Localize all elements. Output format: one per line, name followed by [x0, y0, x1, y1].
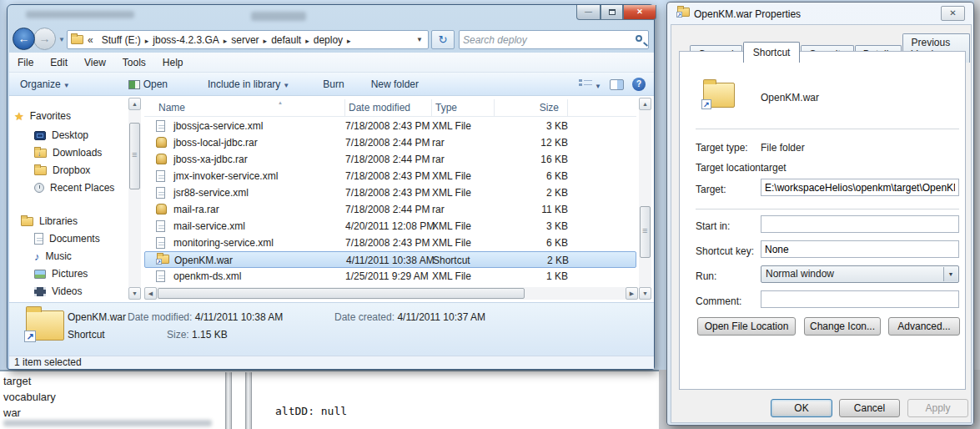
sidebar-item-videos[interactable]: Videos — [34, 283, 82, 300]
apply-button[interactable]: Apply — [907, 399, 968, 417]
videos-icon — [34, 287, 46, 296]
new-folder-button[interactable]: New folder — [364, 75, 426, 93]
sash-divider[interactable] — [245, 372, 252, 429]
scroll-down-icon[interactable]: ▼ — [128, 287, 141, 300]
menu-tools[interactable]: Tools — [114, 54, 154, 71]
breadcrumb-segment[interactable]: server — [227, 33, 263, 48]
file-row[interactable]: monitoring-service.xml 7/18/2008 2:43 PM… — [144, 235, 636, 251]
sidebar-item-downloads[interactable]: ↓ Downloads — [34, 144, 102, 161]
recent-pages-chevron-icon[interactable]: ▼ — [58, 36, 65, 43]
sidebar-item-pictures[interactable]: Pictures — [34, 265, 88, 282]
target-label: Target: — [696, 184, 726, 195]
scrollbar-thumb[interactable] — [640, 206, 651, 258]
file-row-selected[interactable]: ↗ OpenKM.war 4/11/2011 10:38 AM Shortcut… — [144, 251, 636, 268]
shortcut-key-input[interactable] — [761, 240, 959, 258]
breadcrumb-segment[interactable]: Stuff (E:) — [98, 33, 145, 48]
list-scrollbar[interactable]: ▲ ▼ — [639, 98, 651, 300]
file-row[interactable]: jsr88-service.xml 7/18/2008 2:43 PM XML … — [144, 184, 636, 201]
scrollbar-thumb[interactable] — [129, 123, 140, 189]
sash-divider[interactable] — [225, 372, 232, 429]
scroll-left-icon[interactable]: ◀ — [144, 287, 157, 300]
breadcrumb-segment[interactable]: default — [267, 33, 305, 48]
sidebar-item-documents[interactable]: Documents — [34, 230, 100, 247]
sidebar-scrollbar[interactable]: ▲ ▼ — [128, 98, 141, 300]
file-row[interactable]: mail-service.xml 4/20/2011 12:08 PM XML … — [144, 218, 636, 235]
file-row[interactable]: jboss-local-jdbc.rar 7/18/2008 2:44 PM r… — [144, 134, 636, 151]
breadcrumb[interactable]: Stuff (E:) jboss-4.2.3.GA server default… — [67, 30, 429, 49]
comment-input[interactable] — [761, 290, 959, 308]
ok-button[interactable]: OK — [771, 399, 832, 417]
column-header-size[interactable]: Size — [495, 99, 568, 117]
include-in-library-button[interactable]: Include in library▼ — [200, 75, 297, 93]
sidebar-group-libraries[interactable]: Libraries — [21, 213, 78, 230]
open-icon — [128, 80, 140, 89]
tree-item[interactable]: target — [2, 374, 225, 390]
change-view-button[interactable]: ▼ — [579, 78, 601, 91]
breadcrumb-segment[interactable]: deploy — [309, 33, 347, 48]
file-row[interactable]: openkm-ds.xml 1/25/2011 9:29 AM XML File… — [144, 268, 636, 285]
open-button[interactable]: Open — [121, 75, 175, 93]
menu-help[interactable]: Help — [154, 54, 192, 71]
file-row[interactable]: jboss-xa-jdbc.rar 7/18/2008 2:44 PM rar … — [144, 151, 636, 168]
sidebar-item-label: Downloads — [53, 147, 102, 159]
target-input[interactable] — [761, 179, 959, 196]
file-row[interactable]: jbossjca-service.xml 7/18/2008 2:43 PM X… — [144, 118, 636, 134]
breadcrumb-dropdown-icon[interactable]: ▼ — [411, 36, 428, 43]
column-header-name[interactable]: Name — [155, 99, 345, 117]
open-file-location-button[interactable]: Open File Location — [697, 317, 796, 336]
file-name: jmx-invoker-service.xml — [173, 168, 340, 184]
burn-button[interactable]: Burn — [315, 75, 351, 93]
selected-file-size: Size: 1.15 KB — [167, 329, 228, 341]
file-row[interactable]: jmx-invoker-service.xml 7/18/2008 2:43 P… — [144, 168, 636, 184]
scroll-up-icon[interactable]: ▲ — [639, 98, 651, 110]
back-button[interactable]: ← — [13, 28, 35, 50]
preview-pane-icon[interactable] — [610, 79, 624, 90]
menu-view[interactable]: View — [76, 54, 114, 71]
scroll-right-icon[interactable]: ▶ — [626, 287, 638, 300]
start-in-label: Start in: — [696, 220, 730, 232]
menu-edit[interactable]: Edit — [42, 54, 76, 71]
sidebar-item-desktop[interactable]: Desktop — [34, 127, 88, 144]
breadcrumb-segment[interactable]: jboss-4.2.3.GA — [148, 33, 223, 48]
file-date: 7/18/2008 2:43 PM — [345, 184, 432, 201]
scrollbar-thumb[interactable] — [158, 288, 525, 299]
column-header-date-modified[interactable]: Date modified — [345, 99, 432, 117]
file-icon — [156, 237, 165, 249]
file-size: 1 KB — [495, 268, 568, 285]
chevron-down-icon: ▼ — [595, 83, 601, 90]
sidebar-item-music[interactable]: ♪ Music — [34, 248, 72, 265]
close-button[interactable]: ✕ — [623, 5, 656, 20]
sidebar-group-label: Favorites — [30, 110, 71, 122]
refresh-button[interactable]: ↻ — [431, 30, 455, 49]
tree-item[interactable]: vocabulary — [2, 390, 225, 406]
file-icon — [156, 270, 165, 282]
change-icon-button[interactable]: Change Icon... — [804, 317, 881, 336]
horizontal-scrollbar[interactable]: ◀ ▶ — [144, 287, 638, 300]
dialog-close-button[interactable]: ✕ — [941, 6, 965, 21]
help-icon[interactable]: ? — [632, 78, 646, 91]
file-icon — [156, 187, 165, 199]
menu-file[interactable]: File — [9, 54, 42, 71]
search-icon[interactable] — [636, 35, 642, 42]
start-in-input[interactable] — [761, 215, 959, 233]
maximize-button[interactable] — [601, 5, 623, 20]
sidebar-group-favorites[interactable]: ★ Favorites — [14, 108, 71, 124]
tab-shortcut[interactable]: Shortcut — [743, 42, 801, 63]
sidebar-item-dropbox[interactable]: Dropbox — [34, 162, 90, 179]
run-dropdown[interactable]: Normal window ▼ — [761, 265, 959, 283]
breadcrumb-overflow-icon[interactable] — [83, 33, 98, 48]
search-input[interactable] — [463, 32, 626, 48]
scroll-up-icon[interactable]: ▲ — [128, 98, 141, 110]
forward-button[interactable]: → — [33, 28, 56, 50]
column-header-type[interactable]: Type — [432, 99, 495, 117]
minimize-button[interactable]: — — [576, 5, 601, 20]
scroll-down-icon[interactable]: ▼ — [639, 287, 651, 300]
advanced-button[interactable]: Advanced... — [888, 317, 960, 336]
organize-button[interactable]: Organize▼ — [13, 75, 78, 93]
breadcrumb-separator-icon[interactable] — [347, 34, 351, 46]
dropbox-folder-icon — [34, 166, 47, 175]
cancel-button[interactable]: Cancel — [839, 399, 900, 417]
blurred-text — [26, 11, 134, 18]
sidebar-item-recent-places[interactable]: Recent Places — [34, 179, 114, 196]
file-row[interactable]: mail-ra.rar 7/18/2008 2:44 PM rar 11 KB — [144, 201, 636, 218]
